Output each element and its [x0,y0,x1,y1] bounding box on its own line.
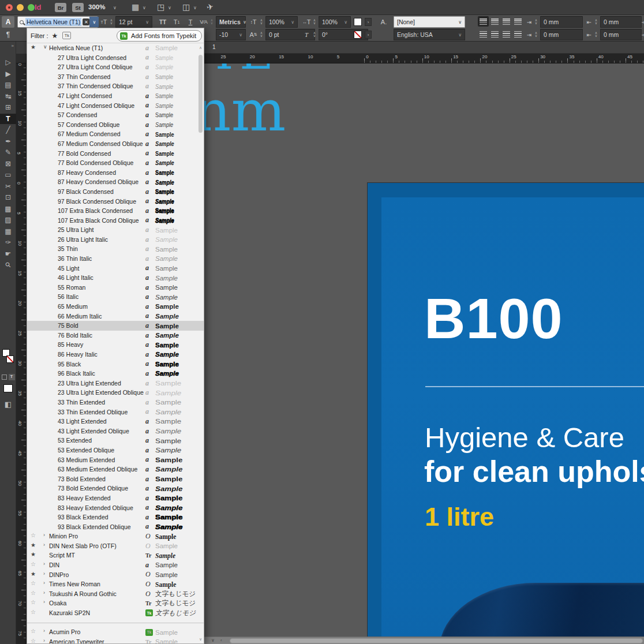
tracking-field[interactable]: -10∨ [216,29,246,40]
expand-family-icon[interactable]: › [43,590,45,596]
zoom-window-button[interactable] [28,4,35,11]
right-indent-stepper[interactable]: ∧∨ [593,16,599,28]
font-row[interactable]: 33 Thin Extended ObliqueaSample [27,407,204,417]
kerning-stepper[interactable]: ∧∨ [209,16,215,28]
font-row[interactable]: 66 Medium ItalicaSample [27,312,204,321]
font-row[interactable]: 63 Medium ExtendedaSample [27,455,204,465]
favorite-star-icon[interactable]: ★ [31,44,36,50]
font-row[interactable]: 93 Black Extended ObliqueaSample [27,522,204,532]
font-row[interactable]: 63 Medium Extended ObliqueaSample [27,465,204,474]
favorite-star-icon[interactable]: ☆ [31,532,36,538]
font-row[interactable]: 86 Heavy ItalicaSample [27,350,204,360]
font-row[interactable]: 87 Heavy CondensedaSample [27,168,204,178]
baseline-shift-stepper[interactable]: ∧∨ [259,29,264,40]
view-options-chevron-icon[interactable]: ∨ [143,5,146,10]
expand-family-icon[interactable]: › [43,561,45,567]
font-row[interactable]: 25 Ultra LightaSample [27,225,204,235]
font-row[interactable]: 93 Black ExtendedaSample [27,512,204,522]
font-row[interactable]: 57 CondensedaSample [27,110,204,120]
font-list-scrollbar-thumb[interactable] [199,55,203,133]
favorite-star-icon[interactable]: ☆ [31,628,36,634]
favorite-star-icon[interactable]: ☆ [31,580,36,586]
font-row[interactable]: ★›DINProOSample [27,570,204,580]
font-row[interactable]: 56 ItalicaSample [27,292,204,302]
selection-tool[interactable]: ▷ [0,57,16,68]
font-row[interactable]: 77 Bold CondensedaSample [27,149,204,159]
free-transform-tool[interactable]: ⊡ [0,192,16,203]
space-after-field[interactable]: 0 mm [600,29,642,40]
superscript-button[interactable]: T1 [171,16,182,28]
align-right-button[interactable] [501,16,512,27]
font-row[interactable]: ☆›Minion ProOSample [27,531,204,541]
font-row[interactable]: 83 Heavy Extended ObliqueaSample [27,503,204,513]
collapse-panel-icon[interactable]: » [12,43,13,48]
character-formatting-toggle[interactable]: A [2,16,14,28]
close-window-button[interactable] [6,4,13,11]
document-page[interactable]: B100 Hygiene & Care for clean upholst 1 … [368,183,644,636]
left-indent-stepper[interactable]: ∧∨ [533,16,539,28]
font-row[interactable]: 67 Medium CondensedaSample [27,129,204,139]
font-row[interactable]: ★Script MTTrSample [27,551,204,560]
space-after-stepper[interactable]: ∧∨ [593,29,599,40]
font-row[interactable]: 47 Light CondensedaSample [27,91,204,101]
font-row[interactable]: 27 Ultra Light Cond ObliqueaSample [27,62,204,72]
language-field[interactable]: English: USA∨ [394,29,465,40]
font-row[interactable]: 97 Black Condensed ObliqueaSample [27,197,204,207]
font-row[interactable]: ☆›American TypewriterTrSample [27,637,204,643]
scissors-tool[interactable]: ✂ [0,181,16,192]
font-row[interactable]: ☆›Tsukushi A Round GothicO文字もじモジ [27,589,204,599]
paragraph-formatting-toggle[interactable]: ¶ [2,29,14,40]
gradient-tool[interactable]: ▩ [0,204,16,214]
bridge-button[interactable]: Br [55,3,66,12]
font-row[interactable]: 23 Ultra Light Extended ObliqueaSample [27,388,204,398]
expand-family-icon[interactable]: › [43,571,45,576]
font-row[interactable]: 75 BoldaSample [27,321,204,331]
font-row[interactable]: ☆›Times New RomanOSample [27,579,204,589]
font-family-chevron-icon[interactable]: ∨ [89,17,99,27]
font-row[interactable]: 77 Bold Condensed ObliqueaSample [27,158,204,168]
favorite-star-icon[interactable]: ☆ [31,590,36,596]
font-family-value[interactable]: Helvetica Neue (T1) [25,18,81,26]
screen-mode-button[interactable]: ◧ [0,399,16,410]
font-row[interactable]: 43 Light Extended ObliqueaSample [27,426,204,436]
font-row[interactable]: 73 Bold Extended ObliqueaSample [27,484,204,493]
frame-tool[interactable]: ⊠ [0,159,16,169]
font-row[interactable]: 83 Heavy ExtendedaSample [27,493,204,503]
fill-options-button[interactable]: › [365,16,372,28]
favorite-star-icon[interactable]: ☆ [31,561,36,567]
font-row[interactable]: 27 Ultra Light CondensedaSample [27,53,204,63]
justify-center-button[interactable] [489,29,500,39]
font-row[interactable]: 85 HeavyaSample [27,340,204,350]
font-row[interactable]: 37 Thin CondensedaSample [27,72,204,82]
kerning-field[interactable]: Metrics∨ [216,16,246,28]
expand-family-icon[interactable]: › [43,628,45,634]
stock-button[interactable]: St [72,3,84,12]
typekit-filter-icon[interactable]: Tk [62,32,71,39]
ruler-origin-corner[interactable] [16,54,27,63]
collapse-family-icon[interactable]: ∨ [43,44,47,50]
content-collector-tool[interactable]: ⊞ [0,102,16,113]
font-row[interactable]: 107 Extra Black Cond ObliqueaSample [27,216,204,226]
justify-button[interactable] [512,16,523,27]
vertical-scale-stepper[interactable]: ∧∨ [259,16,264,28]
font-row[interactable]: 35 ThinaSample [27,244,204,254]
minimize-window-button[interactable] [17,4,24,11]
font-row[interactable]: 65 MediumaSample [27,302,204,312]
right-indent-field[interactable]: 0 mm [600,16,642,28]
align-center-button[interactable] [489,16,500,27]
add-fonts-from-typekit-button[interactable]: Tk Add Fonts from Typekit [117,30,202,42]
font-row[interactable]: ★∨Helvetica Neue (T1)aSample [27,43,204,53]
scroll-up-icon[interactable]: ∧ [199,46,202,50]
zoom-dropdown-chevron-icon[interactable]: ∨ [113,5,117,10]
font-row[interactable]: 57 Condensed ObliqueaSample [27,120,204,130]
expand-family-icon[interactable]: › [43,542,45,548]
justify-last-button[interactable] [512,29,523,39]
first-line-indent-stepper[interactable]: ∧∨ [533,29,539,40]
clear-search-icon[interactable]: ✕ [83,18,89,25]
justify-left-button[interactable] [478,29,489,39]
left-indent-field[interactable]: 0 mm [540,16,583,28]
font-row[interactable]: 45 LightaSample [27,264,204,274]
font-row[interactable]: 46 Light ItalicaSample [27,273,204,283]
font-row[interactable]: 36 Thin ItalicaSample [27,254,204,264]
eyedropper-tool[interactable]: ✑ [0,237,16,248]
